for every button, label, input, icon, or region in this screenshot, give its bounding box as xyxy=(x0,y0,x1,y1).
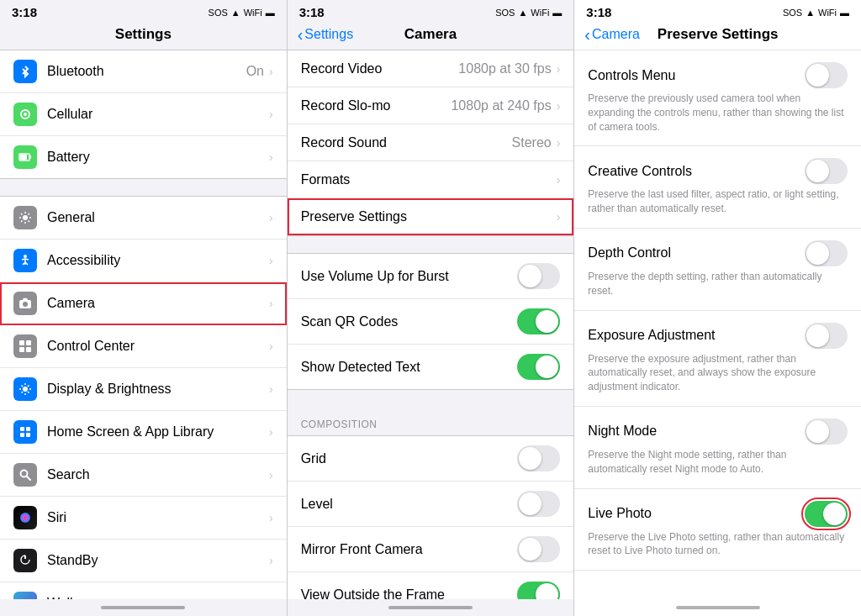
volume-burst-toggle[interactable] xyxy=(517,263,560,289)
search-icon xyxy=(13,463,37,487)
exposure-adjustment-item: Exposure Adjustment Preserve the exposur… xyxy=(574,311,861,407)
svg-rect-3 xyxy=(29,155,31,159)
volume-burst-thumb xyxy=(519,265,541,287)
exposure-adjustment-title: Exposure Adjustment xyxy=(588,328,715,343)
night-mode-toggle[interactable] xyxy=(805,419,848,445)
grid-label: Grid xyxy=(301,451,518,466)
night-mode-header: Night Mode xyxy=(588,419,848,445)
battery-icon-2: ▬ xyxy=(552,8,562,18)
status-bar-1: 3:18 SOS ▲ WiFi ▬ xyxy=(0,0,287,23)
status-icons-2: SOS ▲ WiFi ▬ xyxy=(495,8,562,18)
camera-icon-row xyxy=(13,292,37,315)
camera-nav: ‹ Settings Camera xyxy=(288,23,574,50)
standby-row[interactable]: StandBy › xyxy=(0,540,287,582)
night-mode-title: Night Mode xyxy=(588,424,657,439)
record-video-value: 1080p at 30 fps xyxy=(458,61,551,76)
standby-icon xyxy=(13,549,37,572)
settings-nav: Settings xyxy=(0,23,287,50)
night-mode-desc: Preserve the Night mode setting, rather … xyxy=(588,448,848,476)
wifi-icon-3: WiFi xyxy=(818,8,837,18)
accessibility-row[interactable]: Accessibility › xyxy=(0,240,287,282)
creative-controls-toggle[interactable] xyxy=(805,158,848,184)
cellular-label: Cellular xyxy=(47,107,267,122)
scan-qr-toggle[interactable] xyxy=(517,308,560,334)
controls-menu-toggle[interactable] xyxy=(805,62,848,88)
depth-control-toggle[interactable] xyxy=(805,240,848,266)
scan-qr-label: Scan QR Codes xyxy=(301,314,518,329)
camera-panel: 3:18 SOS ▲ WiFi ▬ ‹ Settings Camera Reco… xyxy=(288,0,575,616)
camera-settings-list[interactable]: Record Video 1080p at 30 fps › Record Sl… xyxy=(288,50,574,599)
home-indicator-2 xyxy=(288,599,574,616)
creative-controls-thumb xyxy=(806,160,829,182)
display-row[interactable]: Display & Brightness › xyxy=(0,368,287,411)
svg-rect-10 xyxy=(26,340,31,345)
record-slomo-row[interactable]: Record Slo-mo 1080p at 240 fps › xyxy=(288,87,574,124)
camera-top-group: Record Video 1080p at 30 fps › Record Sl… xyxy=(288,50,574,236)
show-detected-label: Show Detected Text xyxy=(301,360,518,375)
view-outside-toggle[interactable] xyxy=(517,582,560,599)
formats-chevron: › xyxy=(557,173,561,187)
home-screen-chevron: › xyxy=(269,425,273,439)
controls-menu-thumb xyxy=(806,64,829,87)
display-chevron: › xyxy=(269,382,273,396)
control-center-chevron: › xyxy=(269,340,273,353)
grid-row[interactable]: Grid xyxy=(288,436,574,482)
status-bar-3: 3:18 SOS ▲ WiFi ▬ xyxy=(574,0,861,23)
home-indicator-3 xyxy=(574,599,861,616)
accessibility-icon xyxy=(13,249,37,272)
sos-icon-2: SOS xyxy=(495,8,515,18)
preserve-back-button[interactable]: ‹ Camera xyxy=(584,26,640,43)
home-screen-row[interactable]: Home Screen & App Library › xyxy=(0,411,287,454)
sos-icon-3: SOS xyxy=(783,8,802,18)
exposure-adjustment-thumb xyxy=(806,324,829,347)
formats-label: Formats xyxy=(301,172,555,187)
record-video-row[interactable]: Record Video 1080p at 30 fps › xyxy=(288,50,574,87)
display-icon xyxy=(13,377,37,401)
live-photo-header: Live Photo xyxy=(588,501,848,527)
siri-row[interactable]: Siri › xyxy=(0,497,287,540)
general-row[interactable]: General › xyxy=(0,197,287,240)
cellular-row[interactable]: Cellular › xyxy=(0,93,287,136)
level-toggle[interactable] xyxy=(517,491,560,517)
svg-rect-4 xyxy=(20,155,27,160)
standby-label: StandBy xyxy=(47,553,267,568)
record-sound-row[interactable]: Record Sound Stereo › xyxy=(288,124,574,161)
exposure-adjustment-toggle[interactable] xyxy=(805,323,848,349)
record-sound-value: Stereo xyxy=(512,135,552,150)
show-detected-row[interactable]: Show Detected Text xyxy=(288,345,574,389)
volume-burst-row[interactable]: Use Volume Up for Burst xyxy=(288,254,574,299)
battery-label: Battery xyxy=(47,150,267,165)
svg-point-1 xyxy=(24,113,27,116)
show-detected-toggle[interactable] xyxy=(517,354,560,380)
mirror-front-label: Mirror Front Camera xyxy=(301,542,518,557)
formats-row[interactable]: Formats › xyxy=(288,161,574,198)
battery-row[interactable]: Battery › xyxy=(0,136,287,178)
mirror-front-row[interactable]: Mirror Front Camera xyxy=(288,527,574,572)
camera-back-button[interactable]: ‹ Settings xyxy=(298,26,353,43)
level-row[interactable]: Level xyxy=(288,482,574,527)
record-slomo-chevron: › xyxy=(557,99,561,113)
mirror-front-toggle[interactable] xyxy=(517,536,560,562)
depth-control-header: Depth Control xyxy=(588,240,848,266)
preserve-settings-row[interactable]: Preserve Settings › xyxy=(288,198,574,235)
live-photo-toggle[interactable] xyxy=(805,501,848,527)
settings-list[interactable]: Bluetooth On › Cellular › xyxy=(0,50,287,599)
search-row[interactable]: Search › xyxy=(0,454,287,497)
camera-row[interactable]: Camera › xyxy=(0,282,287,325)
scan-qr-row[interactable]: Scan QR Codes xyxy=(288,299,574,345)
bluetooth-row[interactable]: Bluetooth On › xyxy=(0,50,287,93)
depth-control-desc: Preserve the depth setting, rather than … xyxy=(588,270,848,298)
display-label: Display & Brightness xyxy=(47,382,267,397)
siri-chevron: › xyxy=(269,511,273,524)
general-chevron: › xyxy=(269,211,273,224)
record-sound-label: Record Sound xyxy=(301,135,512,150)
grid-toggle[interactable] xyxy=(517,445,560,471)
preserve-list[interactable]: Controls Menu Preserve the previously us… xyxy=(574,50,861,599)
control-center-row[interactable]: Control Center › xyxy=(0,325,287,368)
view-outside-row[interactable]: View Outside the Frame xyxy=(288,572,574,599)
back-chevron-icon: ‹ xyxy=(298,26,304,43)
svg-rect-15 xyxy=(26,427,30,431)
volume-burst-label: Use Volume Up for Burst xyxy=(301,269,518,284)
creative-controls-title: Creative Controls xyxy=(588,164,692,179)
wallpaper-row[interactable]: Wallpaper › xyxy=(0,582,287,599)
